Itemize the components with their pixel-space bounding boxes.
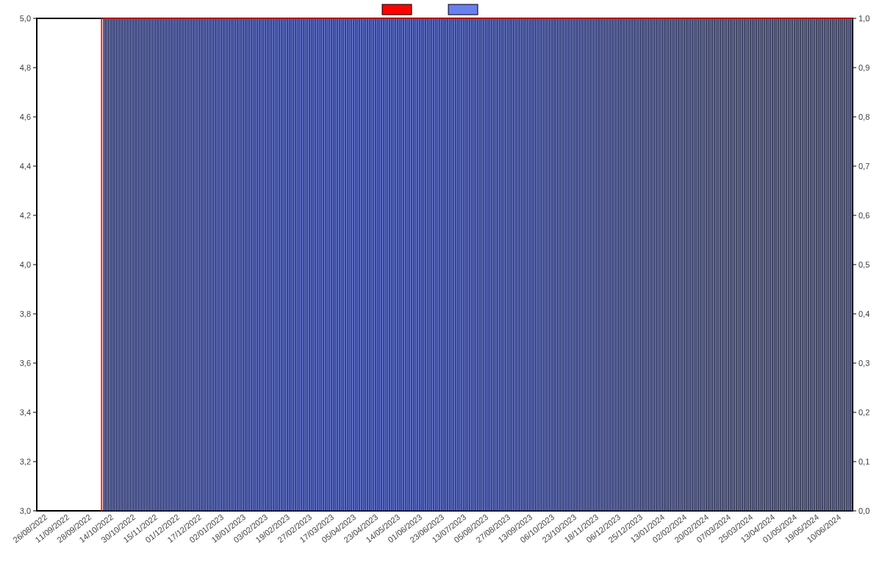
bar-series2 — [440, 18, 442, 511]
bar-series2 — [458, 18, 459, 511]
bar-series2 — [683, 18, 684, 511]
bar-series2 — [835, 18, 836, 511]
bar-series2 — [582, 18, 584, 511]
bar-series2 — [745, 18, 746, 511]
left-tick-label: 4,0 — [20, 260, 31, 269]
bar-series2 — [273, 18, 275, 511]
bar-series2 — [829, 18, 831, 511]
bar-series2 — [474, 18, 476, 511]
bar-series2 — [107, 18, 109, 511]
bar-series2 — [749, 18, 750, 511]
bar-series2 — [799, 18, 800, 511]
bar-series2 — [769, 18, 770, 511]
bar-series2 — [733, 18, 734, 511]
bar-series2 — [113, 18, 115, 511]
bar-series2 — [243, 18, 245, 511]
bar-series2 — [223, 18, 225, 511]
bar-series2 — [562, 18, 564, 511]
bar-series2 — [602, 18, 603, 511]
bar-series2 — [424, 18, 426, 511]
bar-series2 — [496, 18, 498, 511]
bar-series2 — [839, 18, 840, 511]
bar-series2 — [659, 18, 660, 511]
bar-series2 — [639, 18, 640, 511]
bar-series2 — [292, 18, 293, 511]
right-tick-label: 0,0 — [858, 506, 870, 515]
bar-series2 — [448, 18, 449, 511]
bar-series2 — [129, 18, 131, 511]
bar-series2 — [235, 18, 237, 511]
bar-series2 — [813, 18, 814, 511]
bar-series2 — [342, 18, 343, 511]
bar-series2 — [803, 18, 804, 511]
bar-series2 — [456, 18, 457, 511]
bar-series2 — [286, 18, 287, 511]
bar-series2 — [620, 18, 622, 511]
bar-series2 — [578, 18, 580, 511]
bar-series2 — [536, 18, 537, 511]
bar-series2 — [600, 18, 602, 511]
bar-series2 — [193, 18, 195, 511]
bar-series2 — [298, 18, 299, 511]
bar-series2 — [388, 18, 390, 511]
bar-series2 — [212, 18, 213, 511]
bar-series2 — [580, 18, 581, 511]
bar-series2 — [345, 18, 347, 511]
bar-series2 — [528, 18, 530, 511]
bar-series2 — [662, 18, 664, 511]
right-tick-label: 0,3 — [858, 359, 870, 368]
left-tick-label: 4,6 — [20, 112, 31, 121]
bar-series2 — [661, 18, 662, 511]
bar-series2 — [119, 18, 121, 511]
bar-series2 — [849, 18, 850, 511]
bar-series2 — [154, 18, 155, 511]
bar-series2 — [173, 18, 175, 511]
bar-series2 — [723, 18, 724, 511]
bar-series2 — [237, 18, 239, 511]
right-tick-label: 1,0 — [858, 14, 870, 23]
bar-series2 — [556, 18, 558, 511]
right-tick-label: 0,6 — [858, 211, 870, 220]
bar-series2 — [472, 18, 473, 511]
bar-series2 — [484, 18, 486, 511]
bar-series2 — [686, 18, 688, 511]
bar-series2 — [221, 18, 223, 511]
bar-series2 — [767, 18, 768, 511]
bar-series2 — [412, 18, 413, 511]
bar-series2 — [478, 18, 479, 511]
bar-series2 — [697, 18, 698, 511]
bar-series2 — [494, 18, 495, 511]
bar-series2 — [502, 18, 503, 511]
left-tick-label: 4,8 — [20, 63, 31, 72]
bar-series2 — [736, 18, 738, 511]
bar-series2 — [176, 18, 177, 511]
bar-series2 — [725, 18, 726, 511]
bar-series2 — [837, 18, 839, 511]
bar-series2 — [750, 18, 752, 511]
bar-series2 — [215, 18, 217, 511]
bar-series2 — [314, 18, 315, 511]
bar-series2 — [488, 18, 490, 511]
bar-series2 — [354, 18, 355, 511]
bar-series2 — [530, 18, 531, 511]
bar-series2 — [588, 18, 589, 511]
bar-series2 — [584, 18, 586, 511]
bar-series2 — [147, 18, 148, 511]
bar-series2 — [667, 18, 668, 511]
bar-series2 — [595, 18, 596, 511]
bar-series2 — [727, 18, 728, 511]
bar-series2 — [293, 18, 295, 511]
bar-series2 — [771, 18, 772, 511]
bar-series2 — [177, 18, 179, 511]
bar-series2 — [717, 18, 718, 511]
bar-series2 — [161, 18, 162, 511]
left-tick-label: 4,2 — [20, 211, 31, 220]
right-tick-label: 0,8 — [858, 112, 870, 121]
bar-series2 — [157, 18, 159, 511]
bar-series2 — [422, 18, 423, 511]
bar-series2 — [201, 18, 203, 511]
bar-series2 — [165, 18, 167, 511]
bar-series2 — [442, 18, 443, 511]
bar-series2 — [187, 18, 189, 511]
bar-series2 — [306, 18, 307, 511]
